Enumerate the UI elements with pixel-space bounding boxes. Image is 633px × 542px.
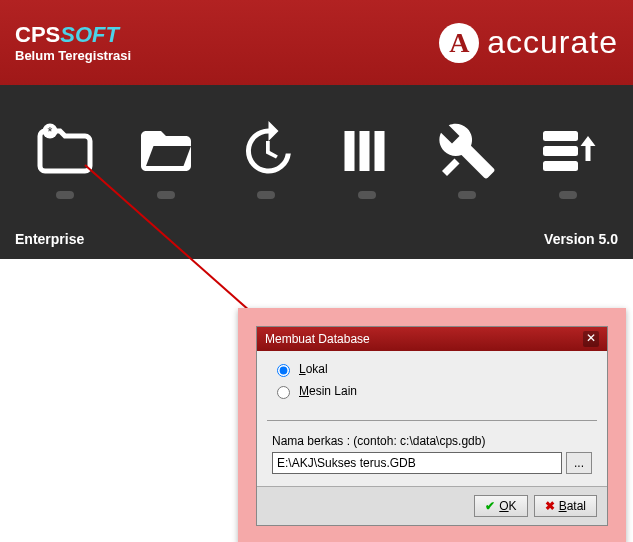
app-header: CPSSOFT Belum Teregistrasi A accurate <box>0 0 633 85</box>
svg-rect-7 <box>543 161 578 171</box>
company-button[interactable] <box>337 121 397 199</box>
x-icon: ✖ <box>545 499 555 513</box>
file-label: Nama berkas : (contoh: c:\data\cps.gdb) <box>272 434 592 448</box>
browse-button[interactable]: ... <box>566 452 592 474</box>
location-radio-group: Lokal Mesin Lain <box>257 351 607 415</box>
lokal-label[interactable]: Lokal <box>299 362 328 376</box>
divider <box>267 420 597 421</box>
svg-rect-5 <box>543 131 578 141</box>
tools-icon <box>437 121 497 181</box>
svg-rect-2 <box>344 131 354 171</box>
new-file-icon: * <box>35 121 95 181</box>
server-button[interactable] <box>538 121 598 199</box>
history-button[interactable] <box>236 121 296 199</box>
batal-button[interactable]: ✖ Batal <box>534 495 597 517</box>
dialog-titlebar: Membuat Database ✕ <box>257 327 607 351</box>
brand-cps: CPS <box>15 22 60 47</box>
accurate-text: accurate <box>487 24 618 61</box>
main-toolbar: * <box>0 85 633 225</box>
svg-rect-4 <box>374 131 384 171</box>
dialog-container: Membuat Database ✕ Lokal Mesin Lain Nama… <box>238 308 626 542</box>
svg-text:*: * <box>48 125 53 139</box>
tools-button[interactable] <box>437 121 497 199</box>
batal-text: atal <box>567 499 586 513</box>
accurate-icon: A <box>439 23 479 63</box>
app-footer: Enterprise Version 5.0 <box>0 225 633 259</box>
ok-text: K <box>509 499 517 513</box>
svg-rect-3 <box>359 131 369 171</box>
toolbar-indicator <box>257 191 275 199</box>
mesin-lain-text: esin Lain <box>309 384 357 398</box>
mesin-lain-label[interactable]: Mesin Lain <box>299 384 357 398</box>
check-icon: ✔ <box>485 499 495 513</box>
toolbar-indicator <box>157 191 175 199</box>
toolbar-indicator <box>559 191 577 199</box>
mesin-lain-radio[interactable] <box>277 386 290 399</box>
file-path-input[interactable] <box>272 452 562 474</box>
accurate-logo: A accurate <box>439 23 618 63</box>
dialog-button-row: ✔ OK ✖ Batal <box>257 486 607 525</box>
cps-logo: CPSSOFT Belum Teregistrasi <box>15 22 131 63</box>
open-db-button[interactable] <box>136 121 196 199</box>
open-folder-icon <box>136 121 196 181</box>
history-icon <box>236 121 296 181</box>
toolbar-indicator <box>358 191 376 199</box>
version-label: Version 5.0 <box>544 231 618 247</box>
toolbar-indicator <box>56 191 74 199</box>
brand-subtitle: Belum Teregistrasi <box>15 48 131 63</box>
dialog-title-text: Membuat Database <box>265 332 370 346</box>
create-database-dialog: Membuat Database ✕ Lokal Mesin Lain Nama… <box>256 326 608 526</box>
file-section: Nama berkas : (contoh: c:\data\cps.gdb) … <box>257 426 607 486</box>
building-icon <box>337 121 397 181</box>
lokal-radio[interactable] <box>277 364 290 377</box>
svg-rect-6 <box>543 146 578 156</box>
server-upload-icon <box>538 121 598 181</box>
lokal-text: okal <box>306 362 328 376</box>
toolbar-indicator <box>458 191 476 199</box>
brand-soft: SOFT <box>60 22 119 47</box>
close-icon[interactable]: ✕ <box>583 331 599 347</box>
edition-label: Enterprise <box>15 231 84 247</box>
new-db-button[interactable]: * <box>35 121 95 199</box>
ok-button[interactable]: ✔ OK <box>474 495 527 517</box>
